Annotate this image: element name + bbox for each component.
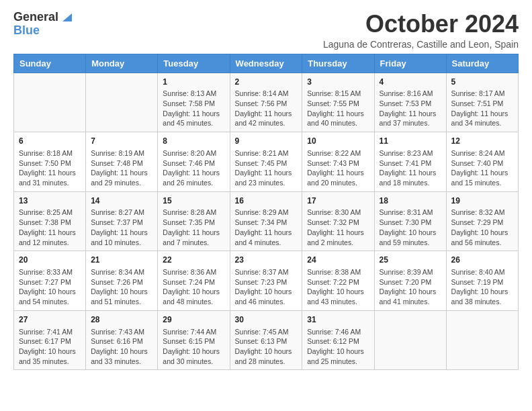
calendar-cell: 4Sunrise: 8:16 AM Sunset: 7:53 PM Daylig… (374, 73, 446, 132)
calendar-cell: 1Sunrise: 8:13 AM Sunset: 7:58 PM Daylig… (158, 73, 230, 132)
day-number: 20 (19, 255, 81, 266)
calendar-cell: 24Sunrise: 8:38 AM Sunset: 7:22 PM Dayli… (302, 251, 374, 311)
day-content: Sunrise: 7:41 AM Sunset: 6:17 PM Dayligh… (19, 327, 81, 367)
day-number: 29 (163, 314, 224, 326)
svg-marker-0 (62, 13, 72, 21)
calendar-body: 1Sunrise: 8:13 AM Sunset: 7:58 PM Daylig… (14, 73, 519, 370)
location: Laguna de Contreras, Castille and Leon, … (323, 39, 519, 50)
day-number: 4 (380, 77, 441, 88)
calendar-cell (14, 73, 86, 132)
day-content: Sunrise: 7:44 AM Sunset: 6:15 PM Dayligh… (163, 327, 224, 367)
day-content: Sunrise: 8:16 AM Sunset: 7:53 PM Dayligh… (380, 89, 441, 128)
day-content: Sunrise: 8:21 AM Sunset: 7:45 PM Dayligh… (235, 148, 298, 188)
day-content: Sunrise: 8:25 AM Sunset: 7:38 PM Dayligh… (19, 208, 81, 247)
calendar-cell: 12Sunrise: 8:24 AM Sunset: 7:40 PM Dayli… (446, 132, 518, 192)
calendar-week-row: 13Sunrise: 8:25 AM Sunset: 7:38 PM Dayli… (14, 191, 519, 251)
day-number: 23 (235, 255, 298, 266)
day-content: Sunrise: 8:40 AM Sunset: 7:19 PM Dayligh… (451, 267, 513, 307)
calendar-cell: 10Sunrise: 8:22 AM Sunset: 7:43 PM Dayli… (302, 132, 374, 192)
calendar-cell: 16Sunrise: 8:29 AM Sunset: 7:34 PM Dayli… (230, 191, 302, 251)
day-number: 12 (451, 136, 513, 147)
day-number: 25 (380, 255, 441, 266)
calendar-cell: 17Sunrise: 8:30 AM Sunset: 7:32 PM Dayli… (302, 191, 374, 251)
month-title: October 2024 (323, 11, 519, 38)
day-number: 5 (451, 77, 513, 88)
weekday-header-monday: Monday (86, 54, 158, 73)
day-number: 28 (91, 314, 152, 326)
day-number: 31 (307, 314, 369, 326)
weekday-header-friday: Friday (374, 54, 446, 73)
calendar-cell: 11Sunrise: 8:23 AM Sunset: 7:41 PM Dayli… (374, 132, 446, 192)
calendar-cell: 21Sunrise: 8:34 AM Sunset: 7:26 PM Dayli… (86, 251, 158, 311)
calendar-header: SundayMondayTuesdayWednesdayThursdayFrid… (14, 54, 519, 73)
calendar-cell (374, 310, 446, 370)
day-content: Sunrise: 8:24 AM Sunset: 7:40 PM Dayligh… (451, 148, 513, 188)
calendar-week-row: 1Sunrise: 8:13 AM Sunset: 7:58 PM Daylig… (14, 73, 519, 132)
weekday-header-sunday: Sunday (14, 54, 86, 73)
day-number: 8 (163, 136, 224, 147)
calendar-cell: 27Sunrise: 7:41 AM Sunset: 6:17 PM Dayli… (14, 310, 86, 370)
day-number: 27 (19, 314, 81, 326)
calendar-cell: 9Sunrise: 8:21 AM Sunset: 7:45 PM Daylig… (230, 132, 302, 192)
day-content: Sunrise: 8:27 AM Sunset: 7:37 PM Dayligh… (91, 208, 152, 247)
day-content: Sunrise: 8:28 AM Sunset: 7:35 PM Dayligh… (163, 208, 224, 247)
day-content: Sunrise: 8:23 AM Sunset: 7:41 PM Dayligh… (380, 148, 441, 188)
day-content: Sunrise: 8:36 AM Sunset: 7:24 PM Dayligh… (163, 267, 224, 307)
day-number: 18 (380, 195, 441, 207)
day-number: 2 (235, 77, 298, 88)
day-number: 21 (91, 255, 152, 266)
calendar-cell: 2Sunrise: 8:14 AM Sunset: 7:56 PM Daylig… (230, 73, 302, 132)
day-content: Sunrise: 8:17 AM Sunset: 7:51 PM Dayligh… (451, 89, 513, 128)
day-content: Sunrise: 8:18 AM Sunset: 7:50 PM Dayligh… (19, 148, 81, 188)
calendar-week-row: 27Sunrise: 7:41 AM Sunset: 6:17 PM Dayli… (14, 310, 519, 370)
day-number: 14 (91, 195, 152, 207)
day-content: Sunrise: 7:46 AM Sunset: 6:12 PM Dayligh… (307, 327, 369, 367)
calendar-table: SundayMondayTuesdayWednesdayThursdayFrid… (13, 54, 519, 371)
day-number: 22 (163, 255, 224, 266)
calendar-cell: 7Sunrise: 8:19 AM Sunset: 7:48 PM Daylig… (86, 132, 158, 192)
day-content: Sunrise: 8:14 AM Sunset: 7:56 PM Dayligh… (235, 89, 298, 128)
calendar-cell: 20Sunrise: 8:33 AM Sunset: 7:27 PM Dayli… (14, 251, 86, 311)
day-content: Sunrise: 8:39 AM Sunset: 7:20 PM Dayligh… (380, 267, 441, 307)
weekday-header-thursday: Thursday (302, 54, 374, 73)
day-number: 16 (235, 195, 298, 207)
calendar-cell: 19Sunrise: 8:32 AM Sunset: 7:29 PM Dayli… (446, 191, 518, 251)
day-number: 19 (451, 195, 513, 207)
day-number: 7 (91, 136, 152, 147)
day-content: Sunrise: 8:31 AM Sunset: 7:30 PM Dayligh… (380, 208, 441, 247)
day-content: Sunrise: 8:20 AM Sunset: 7:46 PM Dayligh… (163, 148, 224, 188)
day-number: 10 (307, 136, 369, 147)
day-content: Sunrise: 7:45 AM Sunset: 6:13 PM Dayligh… (235, 327, 298, 367)
day-content: Sunrise: 8:29 AM Sunset: 7:34 PM Dayligh… (235, 208, 298, 247)
calendar-cell: 15Sunrise: 8:28 AM Sunset: 7:35 PM Dayli… (158, 191, 230, 251)
calendar-cell: 30Sunrise: 7:45 AM Sunset: 6:13 PM Dayli… (230, 310, 302, 370)
day-number: 3 (307, 77, 369, 88)
calendar-cell: 8Sunrise: 8:20 AM Sunset: 7:46 PM Daylig… (158, 132, 230, 192)
calendar-cell: 14Sunrise: 8:27 AM Sunset: 7:37 PM Dayli… (86, 191, 158, 251)
weekday-header-wednesday: Wednesday (230, 54, 302, 73)
day-number: 15 (163, 195, 224, 207)
day-content: Sunrise: 7:43 AM Sunset: 6:16 PM Dayligh… (91, 327, 152, 367)
calendar-cell (86, 73, 158, 132)
title-section: October 2024 Laguna de Contreras, Castil… (323, 11, 519, 50)
calendar-week-row: 20Sunrise: 8:33 AM Sunset: 7:27 PM Dayli… (14, 251, 519, 311)
day-content: Sunrise: 8:13 AM Sunset: 7:58 PM Dayligh… (163, 89, 224, 128)
calendar-cell: 6Sunrise: 8:18 AM Sunset: 7:50 PM Daylig… (14, 132, 86, 192)
calendar-cell: 26Sunrise: 8:40 AM Sunset: 7:19 PM Dayli… (446, 251, 518, 311)
day-content: Sunrise: 8:22 AM Sunset: 7:43 PM Dayligh… (307, 148, 369, 188)
day-number: 30 (235, 314, 298, 326)
weekday-header-saturday: Saturday (446, 54, 518, 73)
calendar-cell: 18Sunrise: 8:31 AM Sunset: 7:30 PM Dayli… (374, 191, 446, 251)
day-content: Sunrise: 8:33 AM Sunset: 7:27 PM Dayligh… (19, 267, 81, 307)
day-number: 11 (380, 136, 441, 147)
calendar-cell: 25Sunrise: 8:39 AM Sunset: 7:20 PM Dayli… (374, 251, 446, 311)
calendar-cell: 28Sunrise: 7:43 AM Sunset: 6:16 PM Dayli… (86, 310, 158, 370)
day-number: 6 (19, 136, 81, 147)
day-content: Sunrise: 8:38 AM Sunset: 7:22 PM Dayligh… (307, 267, 369, 307)
day-number: 9 (235, 136, 298, 147)
page-header: General Blue October 2024 Laguna de Cont… (13, 11, 519, 50)
calendar-cell: 3Sunrise: 8:15 AM Sunset: 7:55 PM Daylig… (302, 73, 374, 132)
logo-text-general: General (13, 11, 58, 24)
day-number: 13 (19, 195, 81, 207)
day-number: 24 (307, 255, 369, 266)
